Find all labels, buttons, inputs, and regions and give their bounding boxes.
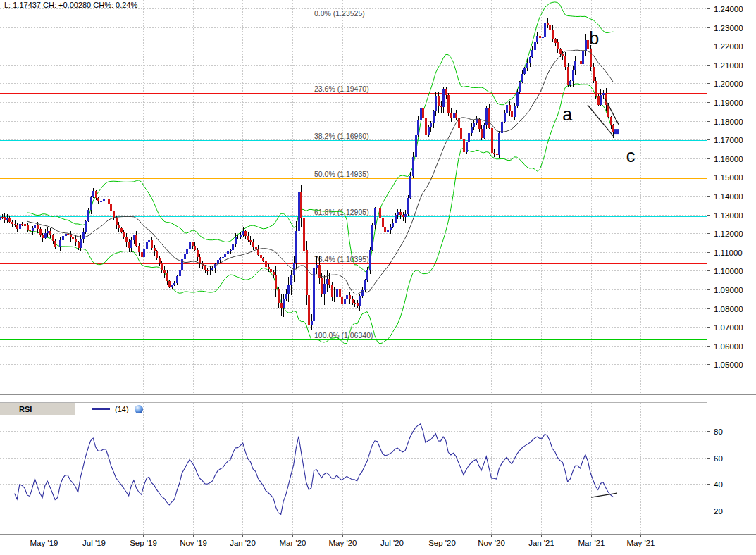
price-axis-tick: 1.12000	[714, 230, 743, 238]
rsi-axis-tick: 60	[714, 454, 723, 463]
time-axis-tick: May '20	[329, 539, 357, 547]
wave-label[interactable]: b	[589, 28, 599, 48]
rsi-axis-tick: 40	[714, 480, 723, 489]
chart-window: 0.0% (1.23525)23.6% (1.19470)38.2% (1.16…	[0, 0, 756, 555]
price-axis-tick: 1.21000	[714, 61, 743, 70]
price-axis-tick: 1.17000	[714, 136, 743, 144]
price-chart-canvas[interactable]: 0.0% (1.23525)23.6% (1.19470)38.2% (1.16…	[0, 0, 756, 555]
quote-info: L: 1.17437 CH: +0.00280 CH%: 0.24%	[4, 1, 137, 9]
price-axis-tick: 1.05000	[714, 361, 743, 369]
fib-level-label: 23.6% (1.19470)	[314, 85, 369, 93]
time-axis-tick: Sep '19	[130, 539, 157, 547]
price-axis-tick: 1.09000	[714, 286, 743, 294]
fib-level-label: 100.0% (1.06340)	[314, 331, 373, 339]
price-axis-tick: 1.16000	[714, 155, 743, 163]
fib-level-label: 38.2% (1.16960)	[314, 132, 369, 140]
price-axis-tick: 1.07000	[714, 323, 743, 332]
rsi-axis-tick: 80	[714, 428, 723, 436]
price-axis-tick: 1.15000	[714, 173, 743, 182]
time-axis-tick: Mar '21	[578, 539, 605, 547]
price-axis-tick: 1.13000	[714, 211, 743, 220]
price-axis-tick: 1.08000	[714, 305, 743, 313]
candles-up	[0, 23, 605, 325]
time-axis-tick: Nov '20	[478, 539, 505, 547]
rsi-period-label: (14)	[115, 405, 129, 413]
last-price-marker	[614, 129, 619, 134]
rsi-axis-tick: 20	[714, 507, 723, 516]
time-axis-tick: Jan '21	[528, 539, 554, 547]
wave-label[interactable]: c	[626, 146, 636, 166]
time-axis-tick: May '21	[627, 539, 655, 547]
panel-borders	[0, 0, 756, 535]
rsi-indicator-title: RSI	[19, 405, 32, 413]
time-axis-tick: Jan '20	[230, 539, 256, 547]
rsi-header-row: RSI (14)	[0, 402, 707, 415]
indicator-settings-icon[interactable]	[135, 405, 143, 413]
price-axis-tick: 1.20000	[714, 80, 743, 88]
price-axis-tick: 1.14000	[714, 192, 743, 201]
price-axis-tick: 1.18000	[714, 118, 743, 126]
fib-level-label: 50.0% (1.14935)	[314, 170, 369, 178]
time-axis-tick: Mar '20	[280, 539, 306, 547]
rsi-line	[15, 424, 614, 515]
fib-level-label: 76.4% (1.10395)	[314, 255, 369, 263]
rsi-line-sample-icon	[92, 408, 110, 410]
fib-level-label: 0.0% (1.23525)	[314, 9, 365, 18]
time-axis-tick: Jul '19	[82, 539, 106, 547]
time-axis-tick: Nov '19	[180, 539, 207, 547]
rsi-indicator-chip: RSI	[0, 403, 75, 415]
price-axis-tick: 1.24000	[714, 5, 743, 13]
price-axis-tick: 1.11000	[714, 249, 743, 257]
wave-label[interactable]: a	[562, 104, 572, 124]
price-axis-tick: 1.10000	[714, 267, 743, 275]
price-axis-tick: 1.22000	[714, 42, 743, 51]
price-axis-tick: 1.19000	[714, 99, 743, 107]
candles-down	[1, 23, 614, 325]
price-axis-tick: 1.06000	[714, 342, 743, 351]
price-axis-tick: 1.23000	[714, 24, 743, 32]
time-axis-tick: Sep '20	[428, 539, 456, 547]
gridlines	[0, 0, 707, 534]
time-axis-tick: Jul '20	[380, 539, 404, 547]
time-axis-tick: May '19	[30, 539, 58, 547]
